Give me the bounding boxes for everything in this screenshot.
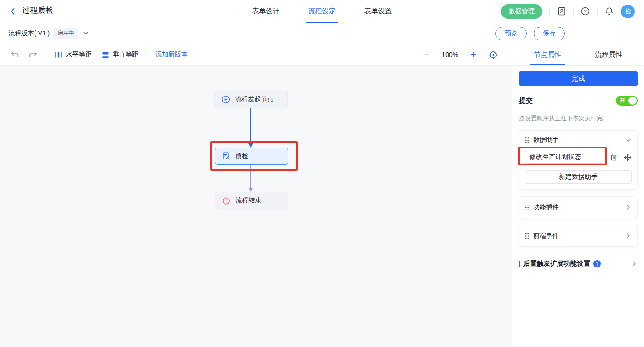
plugin-card: 功能插件 (519, 196, 638, 218)
status-badge: 启用中 (53, 28, 78, 39)
canvas-toolbar: 水平等距 垂直等距 添加新版本 − 100% + (0, 44, 512, 66)
header-actions: 数据管理 ? 检 (501, 4, 635, 19)
user-avatar[interactable]: 检 (621, 5, 635, 18)
frontend-events-card: 前端事件 (519, 225, 638, 247)
drag-handle-icon[interactable] (525, 204, 529, 211)
document-edit-icon (222, 152, 230, 160)
flow-node-label: 流程发起节点 (235, 95, 274, 103)
zoom-in-button[interactable]: + (471, 50, 476, 59)
add-version-link[interactable]: 添加新版本 (155, 51, 188, 59)
horizontal-distribute-button[interactable]: 水平等距 (55, 51, 92, 59)
vertical-distribute-label: 垂直等距 (113, 51, 138, 59)
post-trigger-row[interactable]: 后置触发扩展功能设置 ? (519, 259, 638, 268)
vertical-distribute-button[interactable]: 垂直等距 (102, 51, 138, 59)
save-button[interactable]: 保存 (534, 27, 565, 40)
version-label: 流程版本( V1 ) (8, 29, 50, 38)
flow-node-task[interactable]: 质检 (215, 148, 288, 165)
drag-handle-icon[interactable] (525, 137, 529, 144)
properties-panel: 节点属性 流程属性 完成 提交 开 按设置顺序从上往下依次执行完 (512, 44, 644, 347)
submit-row: 提交 开 (519, 96, 638, 106)
help-icon[interactable]: ? (581, 6, 590, 16)
page-title[interactable]: 过程质检 (22, 5, 53, 17)
divider (46, 51, 46, 58)
back-chevron-icon (9, 8, 17, 15)
contact-book-icon[interactable] (557, 6, 566, 16)
item-actions (610, 153, 632, 161)
zoom-out-button[interactable]: − (424, 50, 430, 59)
back-button[interactable] (9, 8, 17, 15)
version-bar: 流程版本( V1 ) 启用中 预览 保存 (0, 23, 644, 44)
done-button[interactable]: 完成 (519, 71, 638, 86)
data-manage-button[interactable]: 数据管理 (501, 4, 542, 19)
panel-body: 完成 提交 开 按设置顺序从上往下依次执行完 数据助手 (512, 66, 644, 268)
execution-hint: 按设置顺序从上往下依次执行完 (519, 114, 638, 123)
chevron-right-icon[interactable] (625, 204, 632, 210)
horizontal-distribute-label: 水平等距 (66, 51, 92, 59)
drag-handle-icon[interactable] (525, 233, 529, 239)
plugin-header[interactable]: 功能插件 (525, 203, 632, 211)
data-helper-header[interactable]: 数据助手 (525, 136, 632, 144)
app-header: 过程质检 表单设计 流程设定 表单设置 数据管理 ? (0, 0, 644, 23)
trash-icon[interactable] (610, 153, 618, 161)
play-circle-icon (221, 95, 230, 104)
zoom-level: 100% (442, 51, 459, 58)
header-tabs: 表单设计 流程设定 表单设置 (252, 0, 392, 23)
submit-label: 提交 (519, 97, 533, 105)
flow-node-label: 流程结束 (236, 196, 261, 205)
tab-form-settings[interactable]: 表单设置 (364, 0, 392, 23)
toggle-on-label: 开 (620, 97, 625, 105)
post-trigger-label: 后置触发扩展功能设置 (523, 259, 590, 268)
chevron-down-icon[interactable] (625, 137, 632, 143)
frontend-events-header[interactable]: 前端事件 (525, 232, 632, 240)
edge-start-to-task (250, 108, 251, 144)
edge-arrowhead-blue (248, 143, 253, 148)
flow-workspace: 水平等距 垂直等距 添加新版本 − 100% + (0, 44, 512, 347)
chevron-right-icon[interactable] (625, 233, 632, 239)
frontend-events-title: 前端事件 (533, 232, 559, 240)
preview-button[interactable]: 预览 (495, 27, 527, 40)
new-data-helper-button[interactable]: 新建数据助手 (525, 170, 632, 184)
edge-task-to-end (250, 165, 251, 188)
vertical-distribute-icon (102, 51, 109, 58)
panel-tabs: 节点属性 流程属性 (512, 44, 644, 66)
divider (549, 8, 550, 15)
divider (573, 8, 574, 15)
data-helper-item-row (525, 151, 632, 164)
move-icon[interactable] (624, 154, 632, 161)
data-helper-item-input[interactable] (525, 151, 604, 164)
submit-toggle[interactable]: 开 (616, 96, 638, 106)
flow-node-start[interactable]: 流程发起节点 (214, 91, 288, 108)
flow-node-label: 质检 (236, 152, 248, 160)
flow-node-end[interactable]: 流程结束 (215, 192, 288, 209)
power-icon (222, 196, 230, 205)
chevron-right-icon[interactable] (631, 261, 638, 267)
toggle-knob (628, 97, 637, 105)
data-helper-title: 数据助手 (533, 136, 559, 144)
redo-icon[interactable] (29, 51, 38, 58)
question-circle-icon[interactable]: ? (593, 260, 601, 267)
tab-form-design[interactable]: 表单设计 (252, 0, 280, 23)
undo-icon[interactable] (10, 51, 19, 58)
divider (147, 51, 147, 58)
bell-icon[interactable] (604, 6, 614, 16)
section-accent-bar (519, 261, 520, 267)
flow-canvas[interactable]: 流程发起节点 质检 (0, 66, 512, 347)
horizontal-distribute-icon (55, 51, 62, 58)
edge-arrowhead-purple (248, 188, 253, 192)
zoom-controls: − 100% + (424, 50, 502, 60)
tab-flow-setting[interactable]: 流程设定 (308, 0, 336, 23)
version-actions: 预览 保存 (495, 27, 565, 40)
data-helper-card: 数据助手 (519, 130, 638, 190)
version-chevron-down-icon[interactable] (83, 30, 89, 36)
svg-text:?: ? (584, 9, 586, 14)
plugin-title: 功能插件 (533, 203, 559, 211)
divider (597, 8, 598, 15)
fit-view-icon[interactable] (489, 50, 498, 60)
tab-node-properties[interactable]: 节点属性 (534, 44, 562, 65)
tab-flow-properties[interactable]: 流程属性 (595, 44, 623, 65)
